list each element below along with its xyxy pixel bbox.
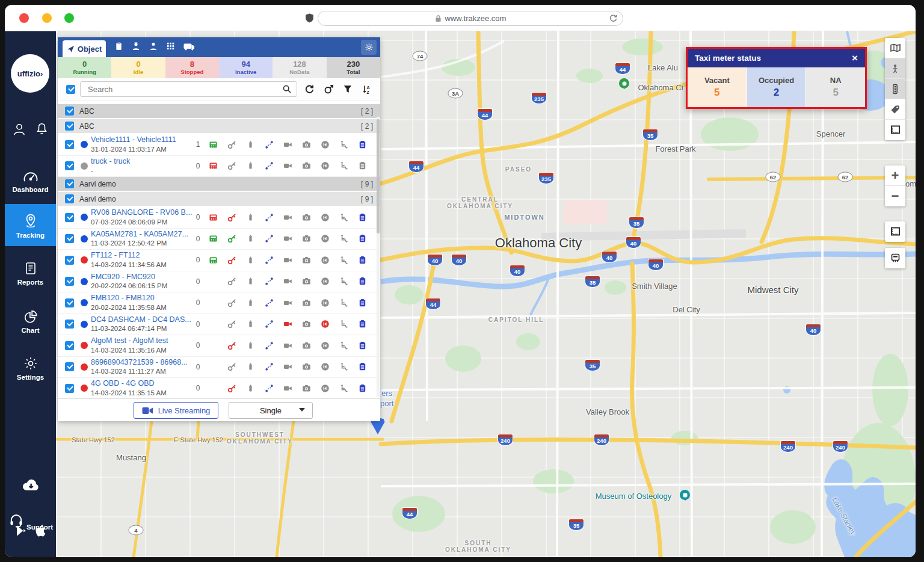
vehicle-name[interactable]: FMC920 - FMC920: [91, 273, 192, 282]
seat-icon[interactable]: [334, 213, 353, 222]
notes-icon[interactable]: [353, 161, 372, 170]
vehicle-checkbox[interactable]: [65, 234, 74, 243]
video-camera-icon[interactable]: [279, 384, 297, 393]
status-running[interactable]: 0Running: [58, 57, 111, 78]
notes-icon[interactable]: [353, 256, 372, 265]
panel-settings-button[interactable]: [361, 40, 377, 55]
apple-icon[interactable]: [34, 523, 47, 540]
seat-icon[interactable]: [334, 298, 353, 307]
close-icon[interactable]: ×: [852, 52, 858, 64]
notes-icon[interactable]: [353, 298, 372, 307]
media-playback-icon[interactable]: [316, 161, 334, 170]
sort-button[interactable]: AZ: [360, 82, 374, 96]
measure-button[interactable]: [885, 221, 905, 242]
photo-camera-icon[interactable]: [297, 213, 316, 222]
battery-icon[interactable]: [241, 298, 260, 307]
photo-camera-icon[interactable]: [297, 341, 316, 350]
battery-icon[interactable]: [241, 341, 260, 350]
live-streaming-button[interactable]: Live Streaming: [134, 402, 218, 419]
tab-driver-icon[interactable]: [131, 42, 141, 54]
vehicle-checkbox[interactable]: [65, 277, 74, 286]
notifications-bell-icon[interactable]: [34, 122, 49, 140]
notes-icon[interactable]: [353, 362, 372, 371]
photo-camera-icon[interactable]: [297, 362, 316, 371]
sidebar-item-tracking[interactable]: Tracking: [5, 204, 56, 246]
photo-camera-icon[interactable]: [297, 320, 316, 329]
battery-icon[interactable]: [241, 161, 260, 170]
tab-trip-icon[interactable]: [114, 42, 123, 54]
media-playback-icon[interactable]: [316, 320, 334, 329]
taxi-status-vacant[interactable]: Vacant5: [688, 67, 747, 107]
route-playback-icon[interactable]: [260, 341, 279, 350]
photo-camera-icon[interactable]: [297, 256, 316, 265]
group-checkbox[interactable]: [65, 179, 74, 188]
route-playback-icon[interactable]: [260, 384, 279, 393]
maximize-window-button[interactable]: [64, 13, 74, 23]
seat-icon[interactable]: [334, 277, 353, 286]
group-checkbox[interactable]: [65, 122, 74, 131]
immobilizer-key-icon[interactable]: [223, 256, 241, 265]
video-camera-icon[interactable]: [279, 161, 297, 170]
taxi-status-occupied[interactable]: Occupied2: [747, 67, 806, 107]
notes-icon[interactable]: [353, 320, 372, 329]
route-playback-icon[interactable]: [260, 298, 279, 307]
vehicle-checkbox[interactable]: [65, 384, 74, 393]
media-playback-icon[interactable]: [316, 234, 334, 243]
immobilizer-key-icon[interactable]: [223, 298, 241, 307]
immobilizer-key-icon[interactable]: [223, 384, 241, 393]
battery-icon[interactable]: [241, 362, 260, 371]
reload-icon[interactable]: [609, 14, 618, 25]
media-playback-icon[interactable]: [316, 256, 334, 265]
photo-camera-icon[interactable]: [297, 161, 316, 170]
immobilizer-key-icon[interactable]: [223, 320, 241, 329]
zoom-in-button[interactable]: +: [885, 165, 905, 186]
vehicle-list[interactable]: ABC[ 2 ]ABC[ 2 ] Vehicle1111 - Vehicle11…: [58, 100, 380, 398]
notes-icon[interactable]: [353, 277, 372, 286]
vehicle-name[interactable]: AlgoM test - AlgoM test: [91, 336, 192, 346]
vehicle-name[interactable]: Vehicle1111 - Vehicle1111: [91, 135, 192, 145]
select-all-checkbox[interactable]: [66, 85, 75, 94]
user-icon[interactable]: [11, 122, 27, 140]
battery-icon[interactable]: [241, 320, 260, 329]
vehicle-checkbox[interactable]: [65, 213, 74, 222]
vehicle-row[interactable]: FMC920 - FMC920 20-02-2024 06:06:15 PM 0: [58, 271, 380, 293]
sidebar-item-chart[interactable]: Chart: [5, 309, 56, 334]
street-view-button[interactable]: [885, 58, 905, 79]
notes-icon[interactable]: [353, 140, 372, 149]
vehicle-name[interactable]: truck - truck: [91, 157, 192, 167]
streaming-mode-select[interactable]: Single: [229, 402, 313, 419]
vehicle-name[interactable]: FT112 - FT112: [91, 251, 192, 261]
vehicle-checkbox[interactable]: [65, 140, 74, 149]
vehicle-name[interactable]: FMB120 - FMB120: [91, 294, 192, 303]
video-camera-icon[interactable]: [279, 341, 297, 350]
route-playback-icon[interactable]: [260, 362, 279, 371]
taximeter-icon[interactable]: [204, 256, 223, 265]
seat-icon[interactable]: [334, 320, 353, 329]
group-header[interactable]: Aarvi demo[ 9 ]: [58, 177, 380, 191]
seat-icon[interactable]: [334, 256, 353, 265]
vehicle-row[interactable]: AlgoM test - AlgoM test 14-03-2024 11:35…: [58, 335, 380, 357]
immobilizer-key-icon[interactable]: [223, 362, 241, 371]
seat-icon[interactable]: [334, 140, 353, 149]
vehicle-checkbox[interactable]: [65, 161, 74, 170]
app-logo[interactable]: uffizio›: [11, 54, 49, 93]
traffic-button[interactable]: [885, 79, 905, 99]
route-playback-icon[interactable]: [260, 140, 279, 149]
vehicle-row[interactable]: RV06 BANGLORE - RV06 B... 07-03-2024 08:…: [58, 207, 380, 229]
seat-icon[interactable]: [334, 362, 353, 371]
google-play-icon[interactable]: [14, 523, 28, 540]
zoom-out-button[interactable]: −: [885, 186, 905, 206]
search-input[interactable]: Search: [80, 81, 297, 97]
immobilizer-key-icon[interactable]: [223, 341, 241, 350]
photo-camera-icon[interactable]: [297, 234, 316, 243]
video-camera-icon[interactable]: [279, 256, 297, 265]
media-playback-icon[interactable]: [316, 384, 334, 393]
vehicle-name[interactable]: 4G OBD - 4G OBD: [91, 379, 192, 389]
taximeter-icon[interactable]: [204, 213, 223, 222]
group-checkbox[interactable]: [65, 194, 74, 203]
immobilizer-key-icon[interactable]: [223, 277, 241, 286]
battery-icon[interactable]: [241, 256, 260, 265]
battery-icon[interactable]: [241, 213, 260, 222]
vehicle-checkbox[interactable]: [65, 341, 74, 350]
tab-passenger-icon[interactable]: [149, 42, 158, 54]
